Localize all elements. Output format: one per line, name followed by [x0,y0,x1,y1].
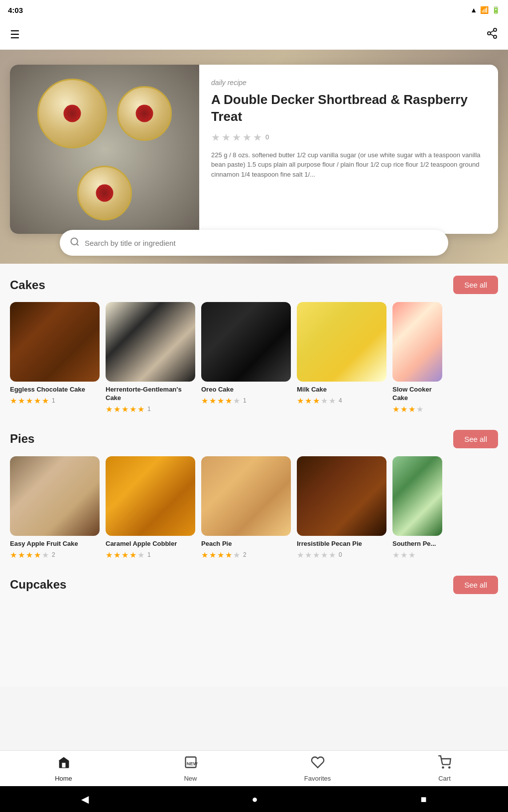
recipe-rating: ★ ★ ★ ★ [392,405,442,414]
daily-recipe-card[interactable]: daily recipe A Double Decker Shortbread … [10,65,498,234]
svg-point-2 [494,35,497,38]
star-1: ★ [211,131,220,143]
list-item[interactable]: Slow Cooker Cake ★ ★ ★ ★ [392,302,442,414]
daily-title: A Double Decker Shortbread & Raspberry T… [211,92,486,125]
recipe-name: Caramel Apple Cobbler [106,540,195,548]
svg-line-4 [491,31,494,33]
recipe-image [392,456,442,536]
search-icon [70,237,80,249]
status-icons: ▲ 📶 🔋 [470,6,500,14]
list-item[interactable]: Milk Cake ★ ★ ★ ★ ★ 4 [297,302,386,414]
list-item[interactable]: Herrentorte-Gentleman's Cake ★ ★ ★ ★ ★ 1 [106,302,195,414]
pies-header: Pies See all [10,430,498,448]
recipe-image [201,302,291,382]
recipe-rating: ★ ★ ★ ★ ★ 4 [297,396,386,406]
recipe-image [201,456,291,536]
daily-label: daily recipe [211,79,486,87]
svg-point-11 [449,767,450,768]
android-nav-bar: ◀ ● ■ [0,786,508,812]
svg-point-5 [71,238,78,245]
recipe-name: Easy Apple Fruit Cake [10,540,100,548]
shortbread-cookie-1 [37,79,107,148]
recipe-image [10,302,100,382]
star-4: ★ [243,131,252,143]
list-item[interactable]: Oreo Cake ★ ★ ★ ★ ★ 1 [201,302,291,414]
recipe-name: Milk Cake [297,386,386,394]
shortbread-cookie-2 [117,86,172,141]
list-item[interactable]: Peach Pie ★ ★ ★ ★ ★ 2 [201,456,291,560]
daily-rating: ★ ★ ★ ★ ★ 0 [211,131,486,143]
svg-line-6 [77,244,79,246]
recipe-image [10,456,100,536]
recipe-name: Peach Pie [201,540,291,548]
svg-rect-7 [62,763,65,767]
search-bar [60,230,448,256]
list-item[interactable]: Caramel Apple Cobbler ★ ★ ★ ★ ★ 1 [106,456,195,560]
nav-cart[interactable]: Cart [381,751,508,786]
daily-recipe-content: daily recipe A Double Decker Shortbread … [199,65,498,234]
recipe-image [392,302,442,382]
recent-button[interactable]: ■ [405,790,441,809]
svg-point-1 [488,32,491,35]
back-button[interactable]: ◀ [66,789,104,809]
list-item[interactable]: Easy Apple Fruit Cake ★ ★ ★ ★ ★ 2 [10,456,100,560]
recipe-image [106,456,195,536]
star-3: ★ [232,131,241,143]
recipe-rating: ★ ★ ★ ★ ★ 2 [201,550,291,560]
nav-favorites[interactable]: Favorites [254,751,381,786]
nav-home[interactable]: Home [0,751,127,786]
cakes-title: Cakes [10,278,45,292]
recipe-rating: ★ ★ ★ ★ ★ 1 [106,405,195,414]
content-area: Cakes See all Eggless Chocolate Cake ★ ★… [0,264,508,687]
signal-icon: 📶 [480,6,489,14]
status-bar: 4:03 ▲ 📶 🔋 [0,0,508,20]
pies-list: Easy Apple Fruit Cake ★ ★ ★ ★ ★ 2 Carame… [10,456,498,560]
recipe-rating: ★ ★ ★ ★ ★ 1 [201,396,291,406]
pies-see-all-button[interactable]: See all [453,430,498,448]
cakes-section: Cakes See all Eggless Chocolate Cake ★ ★… [10,276,498,414]
share-icon[interactable] [486,27,498,42]
star-2: ★ [222,131,231,143]
status-time: 4:03 [8,6,23,14]
cupcakes-section: Cupcakes See all [10,576,498,594]
search-input[interactable] [85,239,438,247]
cakes-see-all-button[interactable]: See all [453,276,498,294]
daily-rating-count: 0 [265,133,269,141]
new-label: New [184,775,197,782]
recipe-name: Herrentorte-Gentleman's Cake [106,386,195,403]
wifi-icon: ▲ [470,6,477,14]
cart-label: Cart [438,775,451,782]
recipe-rating: ★ ★ ★ ★ ★ 1 [10,396,100,406]
search-container [60,230,448,256]
svg-point-10 [442,767,443,768]
recipe-name: Irresistible Pecan Pie [297,540,386,548]
recipe-rating: ★ ★ ★ [392,550,442,560]
pies-section: Pies See all Easy Apple Fruit Cake ★ ★ ★… [10,430,498,560]
list-item[interactable]: Irresistible Pecan Pie ★ ★ ★ ★ ★ 0 [297,456,386,560]
favorites-label: Favorites [304,775,331,782]
nav-new[interactable]: NEW New [127,751,254,786]
app-bar: ☰ [0,20,508,50]
favorites-icon [311,755,325,773]
recipe-rating: ★ ★ ★ ★ ★ 1 [106,550,195,560]
list-item[interactable]: Eggless Chocolate Cake ★ ★ ★ ★ ★ 1 [10,302,100,414]
hamburger-menu-icon[interactable]: ☰ [10,28,20,41]
cupcakes-title: Cupcakes [10,578,66,592]
list-item[interactable]: Southern Pe... ★ ★ ★ [392,456,442,560]
cart-icon [438,755,452,773]
recipe-name: Slow Cooker Cake [392,386,442,403]
battery-icon: 🔋 [492,6,500,14]
hero-section: daily recipe A Double Decker Shortbread … [0,50,508,264]
daily-recipe-image [10,65,199,234]
star-5: ★ [253,131,262,143]
home-button[interactable]: ● [237,790,272,809]
recipe-name: Southern Pe... [392,540,442,548]
svg-line-3 [491,34,494,36]
recipe-image [106,302,195,382]
cupcakes-header: Cupcakes See all [10,576,498,594]
new-icon: NEW [184,755,198,773]
shortbread-cookie-3 [77,166,132,220]
daily-description: 225 g / 8 ozs. softened butter 1/2 cup v… [211,150,486,180]
cupcakes-see-all-button[interactable]: See all [453,576,498,594]
home-label: Home [55,775,72,782]
